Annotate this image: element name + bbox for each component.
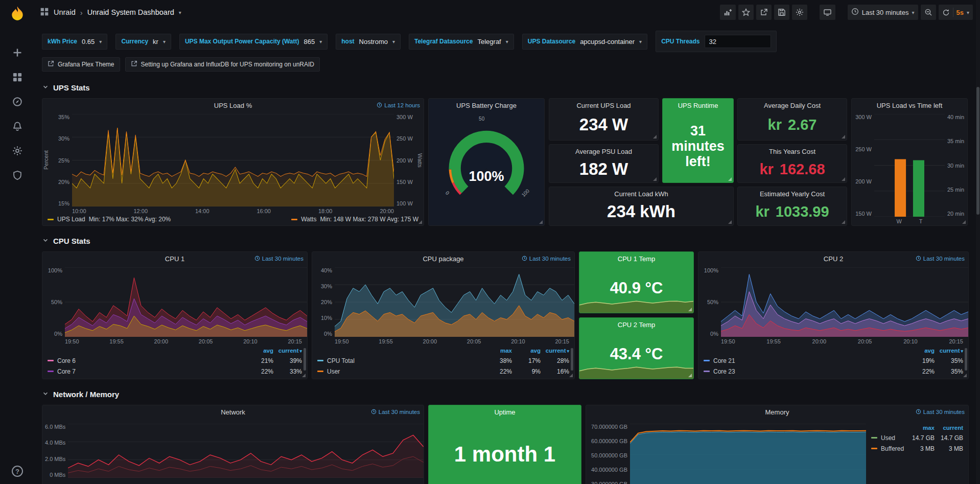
legend-item[interactable]: UPS Load Min: 17% Max: 32% Avg: 20% <box>48 216 171 223</box>
breadcrumb-folder[interactable]: Unraid <box>54 8 76 16</box>
legend-scrollbar[interactable] <box>965 348 967 371</box>
legend-swatch[interactable] <box>48 371 54 372</box>
cpu-package-chart[interactable] <box>335 267 574 337</box>
cycle-view-button[interactable] <box>820 5 835 20</box>
legend-swatch[interactable] <box>871 448 877 449</box>
variable-telegraf-datasource[interactable]: Telegraf Datasource Telegraf ▾ <box>409 34 514 50</box>
page-scrollbar[interactable] <box>976 0 980 484</box>
panel-title[interactable]: Uptime <box>494 408 515 416</box>
panel-title[interactable]: Current Load kWh <box>614 190 668 198</box>
panel-time-badge[interactable]: Last 30 minutes <box>916 405 965 419</box>
panel-title[interactable]: Current UPS Load <box>576 102 631 109</box>
title-caret-icon[interactable]: ▾ <box>179 10 181 15</box>
dashboard-link-grafana-plex-theme[interactable]: Grafana Plex Theme <box>42 57 120 72</box>
legend-scrollbar[interactable] <box>304 348 306 371</box>
legend-swatch[interactable] <box>48 360 54 361</box>
panel-title[interactable]: Average PSU Load <box>575 148 632 155</box>
panel-title[interactable]: CPU 2 <box>824 255 843 263</box>
sidebar-dashboards-button[interactable] <box>12 72 23 83</box>
legend-col-current[interactable]: current▾ <box>541 348 569 354</box>
legend-col-current[interactable]: current▾ <box>273 348 302 354</box>
panel-time-badge[interactable]: Last 30 minutes <box>916 252 965 265</box>
panel-title[interactable]: UPS Load vs Time left <box>877 102 943 109</box>
user-avatar[interactable] <box>10 441 25 455</box>
legend-col-avg[interactable]: avg <box>245 348 273 354</box>
refresh-caret-icon[interactable]: ▾ <box>967 10 969 15</box>
save-button[interactable] <box>774 5 789 20</box>
legend-series-name[interactable]: Core 6 <box>57 357 76 364</box>
panel-title[interactable]: Memory <box>765 408 789 416</box>
legend-col-avg[interactable]: avg <box>906 348 935 354</box>
legend-series-name[interactable]: Core 21 <box>713 357 735 364</box>
legend-col-max[interactable]: max <box>906 425 935 431</box>
panel-title[interactable]: UPS Runtime <box>678 102 718 109</box>
refresh-button[interactable]: 5s ▾ <box>939 5 973 20</box>
variable-kwh-price[interactable]: kWh Price 0.65 ▾ <box>42 34 107 50</box>
legend-series-name[interactable]: UPS Load <box>57 216 85 223</box>
panel-title[interactable]: CPU package <box>423 255 463 263</box>
legend-swatch[interactable] <box>871 437 877 439</box>
legend-col-current[interactable]: current <box>935 425 963 431</box>
panel-title[interactable]: This Years Cost <box>769 148 815 155</box>
panel-title[interactable]: CPU 2 Temp <box>618 321 655 329</box>
cpu-threads-input[interactable] <box>705 35 771 48</box>
legend-scrollbar[interactable] <box>571 348 573 371</box>
panel-time-badge[interactable]: Last 12 hours <box>377 99 420 112</box>
legend-series-name[interactable]: Core 23 <box>713 368 735 375</box>
time-range-picker[interactable]: Last 30 minutes ▾ <box>848 5 918 20</box>
panel-title[interactable]: UPS Load % <box>214 102 252 109</box>
panel-title[interactable]: CPU 1 <box>165 255 184 263</box>
variable-host[interactable]: host Nostromo ▾ <box>336 34 401 50</box>
panel-title[interactable]: Average Daily Cost <box>764 102 821 109</box>
refresh-interval-label[interactable]: 5s <box>956 9 964 16</box>
add-panel-button[interactable] <box>720 5 736 20</box>
panel-title[interactable]: Network <box>221 408 245 416</box>
panel-title[interactable]: CPU 1 Temp <box>618 255 655 263</box>
legend-series-name[interactable]: Used <box>881 434 895 442</box>
legend-swatch[interactable] <box>704 371 710 372</box>
panel-time-badge[interactable]: Last 30 minutes <box>522 252 571 265</box>
sidebar-alerting-button[interactable] <box>12 121 23 132</box>
variable-currency[interactable]: Currency kr ▾ <box>115 34 171 50</box>
network-chart[interactable] <box>68 424 424 478</box>
variable-ups-datasource[interactable]: UPS Datasource apcupsd-container ▾ <box>522 34 647 50</box>
legend-series-name[interactable]: User <box>327 368 340 375</box>
legend-swatch[interactable] <box>317 360 323 361</box>
memory-chart[interactable] <box>630 424 866 484</box>
load-vs-time-chart[interactable] <box>874 114 945 217</box>
legend-series-name[interactable]: Watts <box>301 216 316 223</box>
sidebar-create-button[interactable] <box>12 47 23 58</box>
cpu2-chart[interactable] <box>721 267 968 337</box>
legend-series-name[interactable]: Core 7 <box>57 368 76 375</box>
legend-series-name[interactable]: CPU Total <box>327 357 355 364</box>
zoom-out-button[interactable] <box>921 5 936 20</box>
panel-title[interactable]: Estimated Yearly Cost <box>760 190 825 198</box>
legend-col-current[interactable]: current▾ <box>935 348 963 354</box>
section-network-memory[interactable]: Network / Memory <box>42 386 973 402</box>
legend-swatch[interactable] <box>317 371 323 372</box>
dashboard-title[interactable]: Unraid System Dashboard <box>87 8 174 16</box>
share-button[interactable] <box>756 5 772 20</box>
legend-col-max[interactable]: max <box>483 348 512 354</box>
sidebar-configuration-button[interactable] <box>12 145 23 156</box>
legend-col-avg[interactable]: avg <box>512 348 541 354</box>
panel-title[interactable]: UPS Battery Charge <box>456 102 517 109</box>
cpu1-chart[interactable] <box>65 267 307 337</box>
ups-load-chart[interactable] <box>72 114 394 206</box>
star-button[interactable] <box>738 5 754 20</box>
panel-time-badge[interactable]: Last 30 minutes <box>254 252 304 265</box>
dashboard-link-ups-monitoring-guide[interactable]: Setting up Grafana and InfluxDB for UPS … <box>125 57 320 72</box>
section-ups-stats[interactable]: UPS Stats <box>42 80 973 95</box>
legend-series-name[interactable]: Buffered <box>881 445 904 452</box>
page-scrollbar-thumb[interactable] <box>976 87 979 215</box>
dashboard-settings-button[interactable] <box>792 5 807 20</box>
variable-ups-max-output[interactable]: UPS Max Output Power Capacity (Watt) 865… <box>179 34 328 50</box>
grafana-logo[interactable] <box>8 5 27 25</box>
legend-swatch[interactable] <box>704 360 710 361</box>
panel-time-badge[interactable]: Last 30 minutes <box>371 405 420 419</box>
sidebar-server-admin-button[interactable] <box>12 170 23 181</box>
sidebar-explore-button[interactable] <box>12 96 23 107</box>
legend-item[interactable]: Watts Min: 148 W Max: 278 W Avg: 175 W <box>291 216 418 223</box>
sidebar-help-button[interactable]: ? <box>12 466 23 477</box>
section-cpu-stats[interactable]: CPU Stats <box>42 233 973 248</box>
